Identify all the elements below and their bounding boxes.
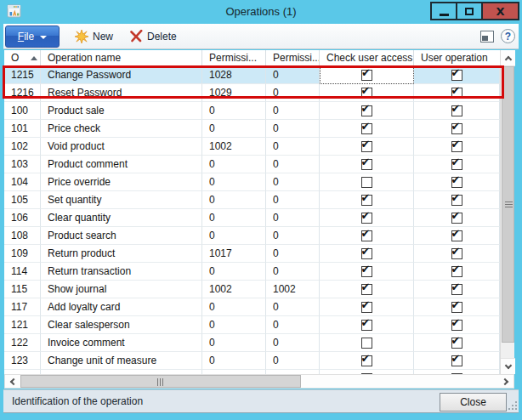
check-user-access-checkbox[interactable] [320,120,414,138]
new-button-label: New [93,31,113,43]
delete-button[interactable]: Delete [125,26,182,46]
cell-permission-1: 0 [202,316,266,334]
user-operation-checkbox[interactable] [414,173,500,191]
scroll-down-button[interactable] [501,358,515,374]
table-row[interactable]: 101 Price check 0 0 [4,120,500,138]
cell-operation-id: 1216 [4,84,41,102]
cell-operation-id: 100 [4,102,41,120]
vertical-scrollbar[interactable] [500,50,514,374]
cell-operation-name: Add loyalty card [41,298,202,316]
close-window-button[interactable]: X [481,2,519,20]
cell-operation-name: Product sale [41,102,202,120]
check-user-access-checkbox[interactable] [320,263,414,281]
layout-toggle-icon[interactable] [480,31,494,43]
close-button[interactable]: Close [440,393,507,411]
user-operation-checkbox[interactable] [414,84,500,102]
column-header-permission-2[interactable]: Permissi... [266,50,320,65]
user-operation-checkbox[interactable] [414,191,500,209]
check-user-access-checkbox[interactable] [320,191,414,209]
user-operation-checkbox[interactable] [414,298,500,316]
cell-operation-name: Change unit of measure [41,352,202,370]
maximize-button[interactable] [456,2,483,20]
table-row[interactable]: 109 Return product 1017 0 [4,245,500,263]
column-header-operation-id[interactable]: O [4,50,41,65]
check-user-access-checkbox[interactable] [320,156,414,173]
user-operation-checkbox[interactable] [414,316,500,334]
user-operation-checkbox[interactable] [414,156,500,173]
cell-permission-1: 0 [202,120,266,138]
scroll-left-button[interactable] [5,375,20,388]
file-menu-button[interactable]: File [5,26,60,48]
table-row[interactable]: 108 Product search 0 0 [4,227,500,245]
user-operation-checkbox[interactable] [414,227,500,245]
cell-permission-2: 0 [266,245,320,263]
check-user-access-checkbox[interactable] [320,352,414,370]
check-user-access-checkbox[interactable] [320,334,414,352]
user-operation-checkbox[interactable] [414,245,500,263]
check-user-access-checkbox[interactable] [320,227,414,245]
table-row[interactable]: 117 Add loyalty card 0 0 [4,298,500,316]
check-user-access-checkbox[interactable] [320,84,414,102]
check-user-access-checkbox[interactable] [320,102,414,120]
minimize-button[interactable] [430,2,457,20]
chevron-down-icon [504,361,511,368]
new-button[interactable]: New [70,26,118,47]
cell-permission-2: 0 [266,352,320,370]
delete-button-label: Delete [147,31,177,43]
user-operation-checkbox[interactable] [414,120,500,138]
column-header-check-user-access[interactable]: Check user access [320,50,414,65]
operations-grid: O Operation name Permissi... Permissi...… [4,50,514,374]
table-row[interactable]: 1216 Reset Password 1029 0 [4,84,500,102]
horizontal-scrollbar-thumb[interactable] [20,375,301,388]
user-operation-checkbox[interactable] [414,102,500,120]
table-row[interactable]: 103 Product comment 0 0 [4,156,500,173]
table-row[interactable]: 1215 Change Password 1028 0 [4,66,500,84]
cell-operation-name: Product search [41,227,202,245]
table-row[interactable]: 123 Change unit of measure 0 0 [4,352,500,370]
user-operation-checkbox[interactable] [414,209,500,227]
cell-operation-name: Clear salesperson [41,316,202,334]
help-icon[interactable]: ? [501,29,515,43]
vertical-scrollbar-thumb[interactable] [502,66,514,343]
user-operation-checkbox[interactable] [414,66,500,84]
cell-permission-1: 0 [202,298,266,316]
check-user-access-checkbox[interactable] [320,138,414,156]
delete-x-icon [130,30,143,43]
check-user-access-checkbox[interactable] [320,245,414,263]
table-row[interactable]: 115 Show journal 1002 1002 [4,281,500,298]
cell-permission-2: 0 [266,334,320,352]
resize-grip[interactable] [508,401,517,410]
check-user-access-checkbox[interactable] [320,173,414,191]
column-header-user-operation[interactable]: User operation [414,50,500,65]
titlebar: Operations (1) X [0,0,522,24]
table-row[interactable]: 106 Clear quantity 0 0 [4,209,500,227]
user-operation-checkbox[interactable] [414,334,500,352]
check-user-access-checkbox[interactable] [320,281,414,298]
user-operation-checkbox[interactable] [414,352,500,370]
check-user-access-checkbox[interactable] [320,209,414,227]
table-row[interactable]: 114 Return transaction 0 0 [4,263,500,281]
user-operation-checkbox[interactable] [414,138,500,156]
scroll-right-button[interactable] [499,375,513,388]
scrollbar-grip-icon [505,201,513,208]
table-row[interactable]: 104 Price override 0 0 [4,173,500,191]
column-header-permission-1[interactable]: Permissi... [202,50,266,65]
scroll-up-button[interactable] [501,50,515,66]
check-user-access-checkbox[interactable] [320,298,414,316]
user-operation-checkbox[interactable] [414,281,500,298]
check-user-access-checkbox[interactable] [320,316,414,334]
cell-operation-name: Clear quantity [41,209,202,227]
cell-operation-id: 103 [4,156,41,173]
column-header-operation-name[interactable]: Operation name [41,50,202,65]
table-row[interactable]: 105 Set quantity 0 0 [4,191,500,209]
table-row[interactable]: 100 Product sale 0 0 [4,102,500,120]
cell-permission-2: 0 [266,191,320,209]
cell-permission-1: 0 [202,156,266,173]
cell-permission-2: 0 [266,316,320,334]
table-row[interactable]: 122 Invoice comment 0 0 [4,334,500,352]
horizontal-scrollbar[interactable] [4,374,514,389]
table-row[interactable]: 102 Void product 1002 0 [4,138,500,156]
user-operation-checkbox[interactable] [414,263,500,281]
check-user-access-checkbox[interactable] [320,66,414,84]
table-row[interactable]: 121 Clear salesperson 0 0 [4,316,500,334]
